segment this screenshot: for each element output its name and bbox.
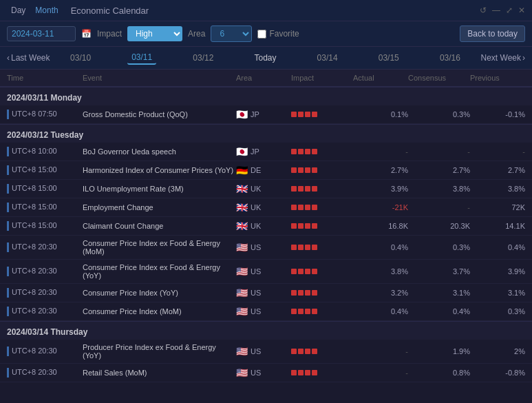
impact-bar [312, 349, 317, 354]
area-code: UK [251, 185, 261, 193]
impact-bar [312, 370, 317, 375]
area-code: US [251, 267, 261, 276]
impact-bar [312, 290, 317, 296]
nav-date-03-10[interactable]: 03/10 [66, 52, 95, 64]
cell-area: 🇺🇸US [236, 346, 291, 357]
area-label: Area [188, 29, 205, 39]
app-header: Day Month Economic Calendar ↺ — ⤢ ✕ [0, 0, 532, 21]
next-week-button[interactable]: Next Week › [481, 53, 525, 63]
cell-area: 🇯🇵JP [236, 146, 291, 157]
cell-area: 🇩🇪DE [236, 165, 291, 176]
cell-area: 🇺🇸US [236, 367, 291, 378]
cell-time: UTC+8 15:00 [7, 184, 83, 194]
nav-date-Today[interactable]: Today [250, 52, 280, 64]
impact-bar [305, 112, 310, 117]
table-row[interactable]: UTC+8 15:00ILO Unemployment Rate (3M)🇬🇧U… [0, 180, 532, 198]
cell-consensus: 3.8% [408, 185, 470, 193]
cell-consensus: 0.4% [408, 307, 470, 316]
cell-event: Harmonized Index of Consumer Prices (YoY… [83, 166, 236, 174]
app-title: Economic Calendar [71, 6, 149, 16]
nav-date-03-15[interactable]: 03/15 [374, 52, 403, 64]
cell-actual: 2.7% [353, 166, 408, 174]
row-indicator [7, 288, 9, 298]
favorite-checkbox[interactable] [257, 30, 266, 39]
impact-bars [291, 349, 353, 354]
cell-event: Employment Change [83, 203, 236, 211]
impact-bar [305, 269, 310, 274]
impact-bars [291, 245, 353, 250]
section-header: 2024/03/12 Tuesday [0, 124, 532, 143]
cell-area: 🇯🇵JP [236, 109, 291, 120]
row-indicator [7, 184, 9, 194]
cell-actual: 0.4% [353, 307, 408, 316]
nav-date-03-14[interactable]: 03/14 [313, 52, 342, 64]
table-row[interactable]: UTC+8 15:00Harmonized Index of Consumer … [0, 161, 532, 180]
back-today-button[interactable]: Back to today [460, 25, 525, 42]
calendar-icon[interactable]: 📅 [81, 29, 92, 39]
table-row[interactable]: UTC+8 20:30Consumer Price Index (MoM)🇺🇸U… [0, 302, 532, 321]
cell-consensus: 3.1% [408, 289, 470, 297]
impact-bars [291, 370, 353, 375]
table-row[interactable]: UTC+8 20:30Producer Price Index ex Food … [0, 340, 532, 364]
tab-day[interactable]: Day [7, 4, 30, 17]
cell-consensus: 0.3% [408, 243, 470, 251]
impact-bar [298, 349, 304, 354]
table-row[interactable]: UTC+8 20:30Retail Sales Control Group🇺🇸U… [0, 382, 532, 383]
table-row[interactable]: UTC+8 10:00BoJ Governor Ueda speech🇯🇵JP-… [0, 143, 532, 161]
table-row[interactable]: UTC+8 15:00Claimant Count Change🇬🇧UK16.8… [0, 217, 532, 236]
cell-consensus: 0.3% [408, 110, 470, 118]
cell-previous: 2.7% [470, 166, 525, 174]
cell-previous: 3.1% [470, 289, 525, 297]
row-indicator [7, 267, 9, 276]
impact-bars [291, 112, 353, 117]
impact-select[interactable]: High Medium Low [127, 26, 182, 41]
tab-month[interactable]: Month [31, 4, 62, 17]
cell-previous: -0.1% [470, 110, 525, 118]
cell-event: Consumer Price Index ex Food & Energy (M… [83, 239, 236, 256]
cell-previous: - [470, 147, 525, 156]
impact-bar [291, 149, 297, 154]
area-select[interactable]: 6 All [211, 25, 252, 42]
cell-area: 🇺🇸US [236, 242, 291, 253]
table-row[interactable]: UTC+8 20:30Consumer Price Index ex Food … [0, 260, 532, 284]
impact-bar [305, 205, 310, 210]
cell-time: UTC+8 15:00 [7, 165, 83, 175]
cell-actual: - [353, 147, 408, 156]
table-row[interactable]: UTC+8 20:30Retail Sales (MoM)🇺🇸US-0.8%-0… [0, 364, 532, 382]
refresh-icon[interactable]: ↺ [480, 6, 487, 15]
impact-bar [298, 205, 304, 210]
maximize-icon[interactable]: ⤢ [506, 6, 513, 15]
impact-bar [305, 349, 310, 354]
table-row[interactable]: UTC+8 07:50Gross Domestic Product (QoQ)🇯… [0, 105, 532, 124]
table-row[interactable]: UTC+8 20:30Consumer Price Index ex Food … [0, 236, 532, 260]
impact-bar [305, 245, 310, 250]
nav-date-03-11[interactable]: 03/11 [127, 51, 156, 65]
cell-time: UTC+8 07:50 [7, 110, 83, 119]
impact-bar [291, 309, 297, 314]
toolbar: 📅 Impact High Medium Low Area 6 All Favo… [0, 21, 532, 47]
cell-time: UTC+8 15:00 [7, 203, 83, 212]
minimize-icon[interactable]: — [492, 6, 500, 15]
table-container: TimeEventAreaImpactActualConsensusPrevio… [0, 70, 532, 383]
country-flag: 🇺🇸 [236, 266, 248, 277]
table-row[interactable]: UTC+8 15:00Employment Change🇬🇧UK-21K-72K [0, 198, 532, 217]
impact-bar [298, 245, 304, 250]
nav-dates: 03/1003/1103/12Today03/1403/1503/16 [50, 51, 480, 65]
nav-date-03-12[interactable]: 03/12 [189, 52, 217, 64]
impact-bar [298, 223, 304, 229]
country-flag: 🇩🇪 [236, 165, 248, 176]
country-flag: 🇺🇸 [236, 287, 248, 298]
close-icon[interactable]: ✕ [518, 6, 525, 15]
cell-consensus: 20.3K [408, 222, 470, 230]
area-code: UK [251, 203, 261, 211]
row-indicator [7, 221, 9, 231]
date-input[interactable] [7, 26, 76, 41]
nav-date-03-16[interactable]: 03/16 [436, 52, 465, 64]
impact-bar [305, 309, 310, 314]
table-row[interactable]: UTC+8 20:30Consumer Price Index (YoY)🇺🇸U… [0, 284, 532, 302]
cell-area: 🇬🇧UK [236, 202, 291, 213]
last-week-button[interactable]: ‹ Last Week [7, 53, 50, 63]
section-header: 2024/03/14 Thursday [0, 321, 532, 340]
favorite-label: Favorite [269, 29, 299, 39]
area-code: US [251, 243, 261, 251]
